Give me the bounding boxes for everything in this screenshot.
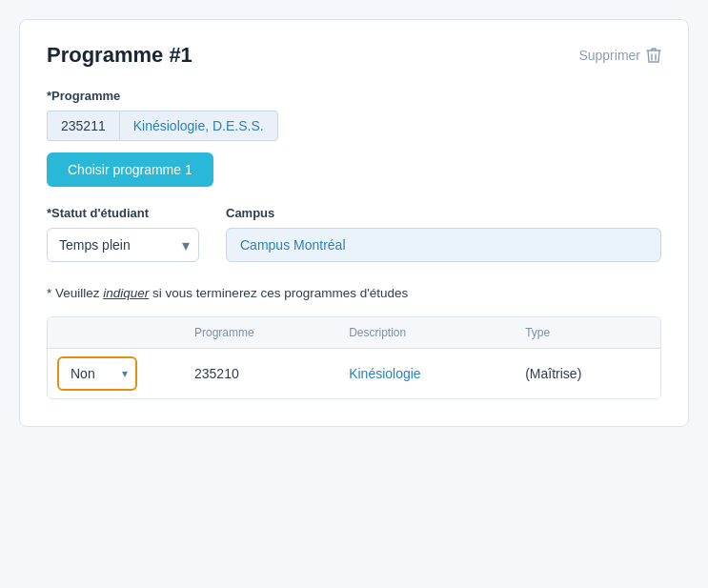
notice-text: * Veuillez indiquer si vous terminerez c…: [47, 285, 661, 303]
statut-label: *Statut d'étudiant: [47, 206, 199, 220]
col-header-type: Type: [512, 317, 660, 349]
delete-button[interactable]: Supprimer: [578, 47, 661, 64]
programme-tags: 235211 Kinésiologie, D.E.S.S.: [47, 111, 661, 141]
programme-code: 235211: [47, 111, 119, 141]
row-description: Kinésiologie: [335, 348, 512, 398]
table-header: Programme Description Type: [48, 317, 660, 349]
programme-label: *Programme: [47, 89, 661, 103]
row-select-wrapper: Non Oui ▾: [57, 356, 137, 391]
terminer-select[interactable]: Non Oui: [59, 360, 135, 387]
table-header-row: Programme Description Type: [48, 317, 660, 349]
row-select-cell: Non Oui ▾: [48, 348, 181, 398]
delete-label: Supprimer: [578, 48, 640, 63]
choose-programme-button[interactable]: Choisir programme 1: [47, 152, 213, 187]
statut-select-wrapper: Temps plein Temps partiel ▾: [47, 228, 199, 262]
campus-field-group: Campus Campus Montréal: [226, 206, 661, 262]
row-type: (Maîtrise): [512, 348, 660, 398]
statut-campus-row: *Statut d'étudiant Temps plein Temps par…: [47, 206, 661, 262]
notice-highlight: indiquer: [103, 286, 149, 300]
col-header-select: [48, 317, 181, 349]
table-row: Non Oui ▾ 235210 Kinésiologie (Maîtrise): [48, 348, 660, 398]
card-title: Programme #1: [47, 43, 192, 68]
campus-label: Campus: [226, 206, 661, 220]
col-header-programme: Programme: [181, 317, 335, 349]
statut-field-group: *Statut d'étudiant Temps plein Temps par…: [47, 206, 199, 262]
programmes-table: Programme Description Type Non Oui ▾: [48, 317, 660, 398]
statut-select[interactable]: Temps plein Temps partiel: [47, 228, 199, 262]
programme-card: Programme #1 Supprimer *Programme 235211…: [19, 19, 689, 427]
col-header-description: Description: [335, 317, 512, 349]
table-body: Non Oui ▾ 235210 Kinésiologie (Maîtrise): [48, 348, 660, 398]
card-header: Programme #1 Supprimer: [47, 43, 661, 68]
programme-section: *Programme 235211 Kinésiologie, D.E.S.S.…: [47, 89, 661, 187]
row-programme: 235210: [181, 348, 335, 398]
programme-name: Kinésiologie, D.E.S.S.: [119, 111, 278, 141]
campus-value: Campus Montréal: [226, 228, 661, 262]
trash-icon: [646, 47, 661, 64]
programmes-table-wrapper: Programme Description Type Non Oui ▾: [47, 316, 661, 399]
